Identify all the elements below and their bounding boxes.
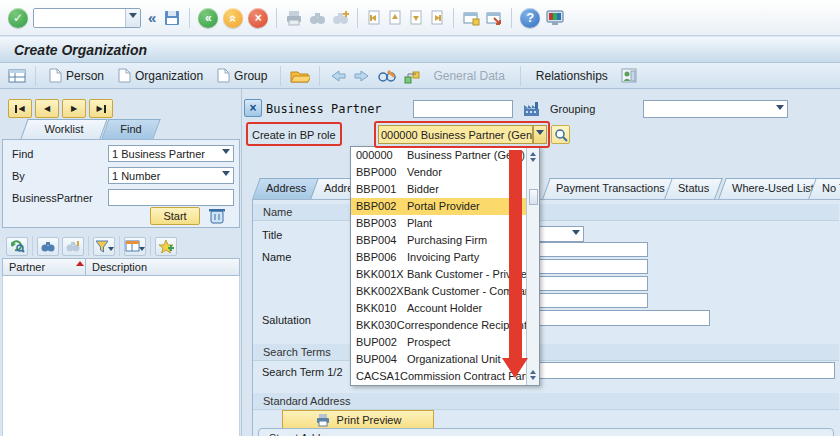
- grouping-label: Grouping: [550, 103, 595, 115]
- bp-role-options: 000000 Business Partner (Gen.) BBP000 Ve…: [351, 147, 527, 385]
- save-icon[interactable]: [163, 9, 181, 27]
- find-label: Find: [12, 148, 33, 160]
- bp-role-option[interactable]: BUP004 Organizational Unit: [351, 351, 527, 368]
- filter-button[interactable]: [93, 237, 115, 256]
- bp-role-option[interactable]: BKK001X Bank Customer - Private: [351, 266, 527, 283]
- bp-role-option[interactable]: CACSA1 Commission Contract Part.: [351, 368, 527, 385]
- tab-no-title[interactable]: No Title: [812, 178, 840, 199]
- create-group-button[interactable]: Group: [213, 66, 271, 85]
- bp-role-option[interactable]: BKK010 Account Holder: [351, 300, 527, 317]
- new-session-icon[interactable]: [462, 10, 480, 26]
- bp-role-option[interactable]: BBP004 Purchasing Firm: [351, 232, 527, 249]
- back-icon[interactable]: «: [198, 8, 218, 28]
- bp-role-option[interactable]: BKK002X Bank Customer - Company: [351, 283, 527, 300]
- scroll-down-icon[interactable]: [530, 158, 536, 165]
- next-record-button[interactable]: ▶: [62, 99, 86, 118]
- last-record-button[interactable]: ▶: [89, 99, 113, 118]
- column-header-description[interactable]: Description: [86, 259, 239, 275]
- find-icon[interactable]: [308, 10, 326, 26]
- bp-role-option[interactable]: BBP000 Vendor: [351, 164, 527, 181]
- tab-status[interactable]: Status: [668, 178, 719, 199]
- add-to-favorites-button[interactable]: [155, 237, 177, 256]
- search-terms-section-header: Search Terms: [253, 344, 839, 361]
- salutation-label: Salutation: [262, 314, 311, 326]
- dropdown-scrollbar[interactable]: [526, 147, 539, 385]
- bp-role-option[interactable]: BBP002 Portal Provider: [351, 198, 527, 215]
- clear-list-trash-button[interactable]: [206, 205, 228, 228]
- command-dropdown-icon[interactable]: [125, 9, 140, 27]
- result-list-toolbar: [6, 236, 177, 256]
- scroll-up-icon[interactable]: [530, 149, 536, 156]
- find-next-in-list-button[interactable]: [62, 237, 84, 256]
- business-partner-search-label: BusinessPartner: [12, 192, 93, 204]
- next-page-icon[interactable]: [408, 9, 424, 27]
- print-preview-label: Print Preview: [337, 414, 402, 426]
- enter-icon[interactable]: ✓: [8, 8, 28, 28]
- scroll-down-icon[interactable]: [530, 376, 536, 383]
- previous-page-icon[interactable]: [387, 9, 403, 27]
- bp-role-option[interactable]: BBP001 Bidder: [351, 181, 527, 198]
- name-section-header: Name: [253, 204, 839, 221]
- command-field[interactable]: [33, 8, 141, 28]
- factory-icon[interactable]: [522, 100, 541, 120]
- page-up-icon[interactable]: «: [223, 8, 243, 28]
- display-change-icon[interactable]: [377, 68, 397, 84]
- bp-role-option[interactable]: BKK030 Correspondence Recipient: [351, 317, 527, 334]
- find-next-icon[interactable]: [331, 10, 349, 26]
- customize-layout-icon[interactable]: [545, 9, 565, 27]
- refresh-search-button[interactable]: [6, 237, 28, 256]
- find-select[interactable]: 1 Business Partner: [108, 145, 234, 162]
- bp-role-option[interactable]: BUP002 Prospect: [351, 334, 527, 351]
- exit-icon[interactable]: ×: [248, 8, 268, 28]
- print-preview-button[interactable]: Print Preview: [282, 410, 434, 429]
- business-partner-input[interactable]: [413, 100, 513, 118]
- first-page-icon[interactable]: [366, 9, 382, 27]
- open-bp-icon[interactable]: [290, 68, 310, 84]
- annotation-arrow: [509, 150, 522, 360]
- bp-role-option[interactable]: BBP006 Invoicing Party: [351, 249, 527, 266]
- close-locator-button[interactable]: ×: [244, 99, 262, 117]
- scrollbar-thumb[interactable]: [529, 189, 538, 205]
- relationships-button[interactable]: Relationships: [530, 67, 614, 85]
- sap-create-organization-window: ✓ « « « × ? Create Organization: [0, 0, 840, 436]
- result-table-body[interactable]: [2, 276, 240, 436]
- help-icon[interactable]: ?: [520, 8, 540, 28]
- bp-role-option[interactable]: 000000 Business Partner (Gen.): [351, 147, 527, 164]
- possible-entries-button[interactable]: [551, 125, 570, 144]
- bp-role-option[interactable]: BBP003 Plant: [351, 215, 527, 232]
- name-label: Name: [262, 251, 291, 263]
- tab-address[interactable]: Address: [256, 178, 316, 199]
- tab-worklist[interactable]: Worklist: [24, 119, 104, 139]
- column-header-partner[interactable]: Partner: [3, 259, 86, 275]
- first-record-button[interactable]: ◀: [8, 99, 32, 118]
- create-organization-button[interactable]: Organization: [114, 66, 207, 85]
- tab-payment-transactions[interactable]: Payment Transactions: [546, 178, 675, 199]
- previous-bp-arrow-icon[interactable]: [329, 68, 347, 84]
- by-select[interactable]: 1 Number: [108, 167, 234, 184]
- annotation-box-role-label: [246, 122, 342, 146]
- application-toolbar: Person Organization Group General Data R…: [0, 63, 840, 89]
- hide-toolbar-icon[interactable]: «: [146, 9, 158, 26]
- business-partner-search-input[interactable]: [108, 189, 234, 206]
- create-shortcut-icon[interactable]: [485, 10, 503, 26]
- layout-button[interactable]: [124, 237, 146, 256]
- print-icon[interactable]: [285, 10, 303, 26]
- general-data-button[interactable]: General Data: [427, 67, 510, 85]
- create-person-button[interactable]: Person: [45, 66, 108, 85]
- find-in-list-button[interactable]: [37, 237, 59, 256]
- title-bar: Create Organization: [0, 37, 840, 63]
- grouping-select[interactable]: [643, 100, 788, 118]
- locator-grid-icon[interactable]: [8, 68, 26, 84]
- previous-record-button[interactable]: ◀: [35, 99, 59, 118]
- annotation-box-role-field: [374, 121, 550, 148]
- command-input[interactable]: [34, 9, 125, 27]
- page-title: Create Organization: [14, 42, 147, 58]
- start-button[interactable]: Start: [150, 207, 200, 225]
- tab-find[interactable]: Find: [105, 119, 157, 139]
- next-bp-arrow-icon[interactable]: [353, 68, 371, 84]
- last-page-icon[interactable]: [429, 9, 445, 27]
- org-structure-icon[interactable]: [403, 68, 421, 84]
- scroll-up-icon[interactable]: [530, 367, 536, 374]
- search-term-label: Search Term 1/2: [262, 366, 343, 378]
- relationships-icon[interactable]: [620, 67, 638, 84]
